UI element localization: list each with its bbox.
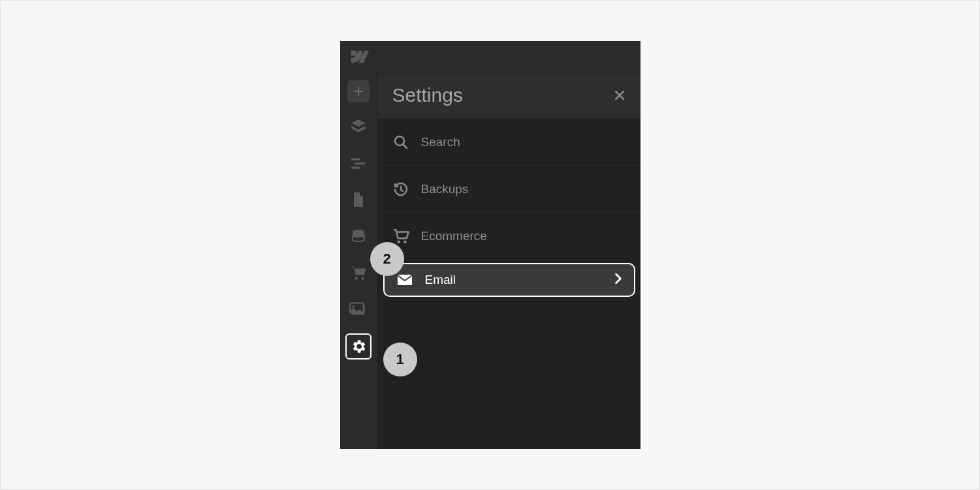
cart-icon	[392, 228, 409, 244]
email-icon	[396, 274, 413, 286]
settings-item-search[interactable]: Search	[378, 118, 640, 165]
assets-button[interactable]	[346, 297, 371, 322]
step-badge-label: 2	[383, 251, 390, 268]
step-badge-2: 2	[370, 242, 404, 276]
settings-item-label: Search	[421, 135, 460, 149]
designer-window: Settings Search Backups	[340, 41, 640, 449]
settings-item-email[interactable]: Email	[383, 263, 635, 297]
backups-icon	[392, 181, 409, 197]
settings-button[interactable]	[345, 333, 371, 360]
add-elements-button[interactable]	[347, 80, 370, 102]
step-badge-label: 1	[396, 351, 403, 368]
settings-item-ecommerce[interactable]: Ecommerce	[378, 212, 640, 259]
ecommerce-button[interactable]	[346, 260, 371, 285]
svg-point-8	[353, 305, 355, 307]
svg-point-5	[361, 277, 364, 280]
svg-rect-0	[351, 158, 360, 160]
settings-item-backups[interactable]: Backups	[378, 165, 640, 212]
panel-header: Settings	[378, 72, 640, 118]
svg-point-11	[403, 240, 406, 243]
pages-button[interactable]	[346, 187, 371, 212]
cms-button[interactable]	[346, 224, 371, 249]
svg-rect-2	[351, 166, 360, 168]
webflow-logo-icon	[349, 50, 369, 63]
settings-item-label: Backups	[421, 182, 469, 196]
symbols-button[interactable]	[346, 114, 371, 139]
chevron-right-icon	[614, 273, 622, 288]
search-icon	[392, 134, 409, 150]
step-badge-1: 1	[383, 343, 417, 376]
svg-rect-1	[355, 162, 366, 164]
settings-panel: Settings Search Backups	[378, 72, 640, 449]
close-panel-button[interactable]	[613, 89, 626, 102]
svg-point-4	[355, 277, 358, 280]
settings-item-label: Email	[425, 273, 456, 287]
settings-list: Search Backups Ecommerce	[378, 118, 640, 301]
panel-title: Settings	[392, 84, 463, 106]
settings-item-label: Ecommerce	[421, 229, 487, 243]
svg-point-10	[397, 240, 400, 243]
top-bar	[340, 41, 640, 72]
navigator-button[interactable]	[346, 151, 371, 176]
close-icon	[614, 89, 625, 101]
